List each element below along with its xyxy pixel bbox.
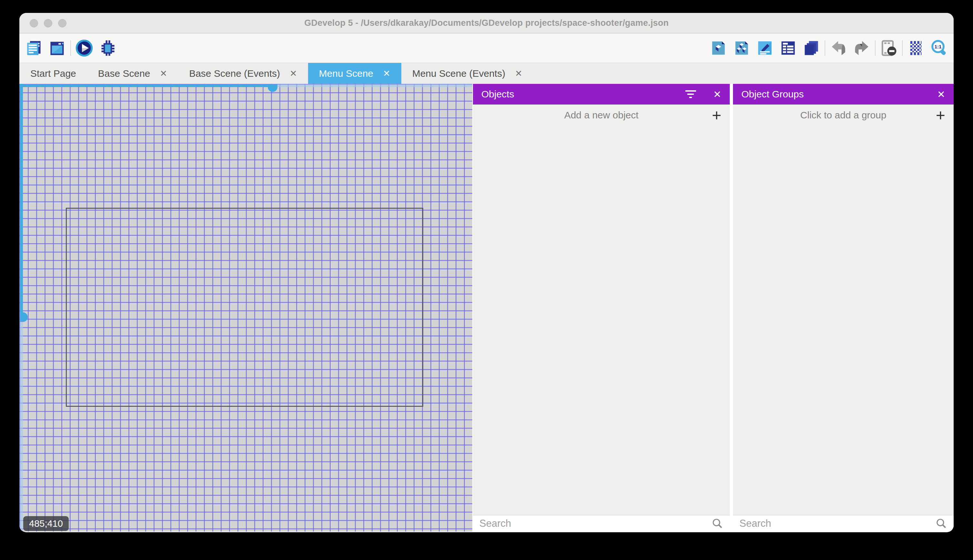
vertical-scrollbar-fill[interactable] <box>20 84 23 317</box>
editor-content: 485;410 Objects ✕ Add a new object + <box>19 84 954 532</box>
objects-panel: Objects ✕ Add a new object + <box>472 84 730 532</box>
tab-start-page[interactable]: Start Page <box>19 63 87 84</box>
open-layers-editor-button[interactable] <box>802 39 821 57</box>
properties-icon <box>756 40 773 57</box>
toggle-grid-button[interactable] <box>906 39 925 57</box>
redo-button[interactable] <box>852 39 871 57</box>
instances-list-icon <box>780 40 796 57</box>
gdevelop-window: GDevelop 5 - /Users/dkarakay/Documents/G… <box>19 13 954 532</box>
undo-button[interactable] <box>829 39 848 57</box>
object-groups-panel-close-button[interactable]: ✕ <box>937 89 945 100</box>
objects-editor-icon <box>710 40 727 57</box>
titlebar: GDevelop 5 - /Users/dkarakay/Documents/G… <box>19 13 954 33</box>
objects-filter-button[interactable] <box>685 90 696 98</box>
add-object-label: Add a new object <box>564 110 638 121</box>
horizontal-scrollbar-thumb[interactable] <box>268 84 277 92</box>
search-icon <box>712 518 723 529</box>
svg-text:1:1: 1:1 <box>935 44 942 49</box>
panel-divider <box>730 84 733 532</box>
editor-tabbar: Start Page Base Scene ✕ Base Scene (Even… <box>19 63 954 84</box>
add-group-label: Click to add a group <box>800 110 886 121</box>
tab-label: Base Scene <box>98 68 150 79</box>
objects-search-row <box>473 515 730 532</box>
start-page-window-button[interactable] <box>48 39 67 57</box>
objects-panel-close-button[interactable]: ✕ <box>713 89 721 100</box>
open-instances-list-button[interactable] <box>779 39 798 57</box>
toolbar-separator <box>875 40 876 56</box>
objects-panel-title: Objects <box>482 89 668 100</box>
tab-base-scene[interactable]: Base Scene ✕ <box>87 63 178 84</box>
objects-list[interactable] <box>473 126 730 515</box>
window-controls <box>30 19 67 27</box>
project-manager-button[interactable] <box>25 39 43 57</box>
redo-icon <box>853 40 870 57</box>
tab-label: Start Page <box>30 68 76 79</box>
tab-menu-scene-events[interactable]: Menu Scene (Events) ✕ <box>402 63 533 84</box>
tab-close-icon[interactable]: ✕ <box>515 68 522 79</box>
horizontal-scrollbar-fill[interactable] <box>19 84 274 87</box>
scene-window-icon <box>49 40 65 57</box>
toggle-window-mask-button[interactable] <box>880 39 898 57</box>
object-groups-panel-title: Object Groups <box>741 89 920 100</box>
add-object-button[interactable]: + <box>712 106 721 125</box>
object-groups-search-row <box>733 515 954 532</box>
tab-close-icon[interactable]: ✕ <box>160 68 167 79</box>
horizontal-scrollbar-track[interactable] <box>274 84 472 87</box>
project-manager-icon <box>25 40 42 57</box>
add-object-row[interactable]: Add a new object + <box>473 105 730 126</box>
filter-icon <box>685 90 696 98</box>
preview-button[interactable] <box>75 39 93 57</box>
grid-icon <box>908 40 924 57</box>
debug-button[interactable] <box>98 39 117 57</box>
object-groups-search-input[interactable] <box>740 518 936 529</box>
tab-menu-scene[interactable]: Menu Scene ✕ <box>308 63 402 84</box>
object-groups-editor-icon <box>733 40 750 57</box>
tab-label: Menu Scene <box>319 68 373 79</box>
tab-label: Base Scene (Events) <box>189 68 280 79</box>
main-toolbar: 1:1 <box>19 33 954 63</box>
vertical-scrollbar-track[interactable] <box>20 317 23 532</box>
object-groups-list[interactable] <box>733 126 954 515</box>
zoom-icon: 1:1 <box>930 39 948 57</box>
preview-play-icon <box>75 39 93 57</box>
close-window-button[interactable] <box>30 19 38 27</box>
close-icon: ✕ <box>713 89 721 100</box>
maximize-window-button[interactable] <box>58 19 67 27</box>
game-window-frame <box>66 208 423 407</box>
add-group-button[interactable]: + <box>936 106 945 125</box>
open-objects-editor-button[interactable] <box>709 39 728 57</box>
scene-editor-canvas[interactable]: 485;410 <box>19 84 472 532</box>
search-icon <box>936 518 947 529</box>
object-groups-panel: Object Groups ✕ Click to add a group + <box>733 84 954 532</box>
tab-label: Menu Scene (Events) <box>412 68 505 79</box>
vertical-scrollbar-thumb[interactable] <box>20 312 28 322</box>
add-group-row[interactable]: Click to add a group + <box>733 105 954 126</box>
objects-panel-header: Objects ✕ <box>473 84 730 105</box>
objects-search-input[interactable] <box>480 518 712 529</box>
tab-base-scene-events[interactable]: Base Scene (Events) ✕ <box>178 63 308 84</box>
minimize-window-button[interactable] <box>44 19 52 27</box>
undo-icon <box>830 40 847 57</box>
toolbar-separator <box>70 40 71 56</box>
window-mask-icon <box>880 39 898 57</box>
toolbar-separator <box>825 40 825 56</box>
close-icon: ✕ <box>937 89 945 100</box>
zoom-original-button[interactable]: 1:1 <box>930 39 948 57</box>
debug-icon <box>99 40 116 57</box>
layers-icon <box>803 40 820 57</box>
cursor-coordinates-badge: 485;410 <box>23 516 69 531</box>
open-object-groups-editor-button[interactable] <box>732 39 751 57</box>
window-title: GDevelop 5 - /Users/dkarakay/Documents/G… <box>304 18 668 28</box>
tab-close-icon[interactable]: ✕ <box>383 68 390 79</box>
open-properties-button[interactable] <box>756 39 774 57</box>
object-groups-panel-header: Object Groups ✕ <box>733 84 954 105</box>
tab-close-icon[interactable]: ✕ <box>290 68 297 79</box>
toolbar-separator <box>902 40 903 56</box>
